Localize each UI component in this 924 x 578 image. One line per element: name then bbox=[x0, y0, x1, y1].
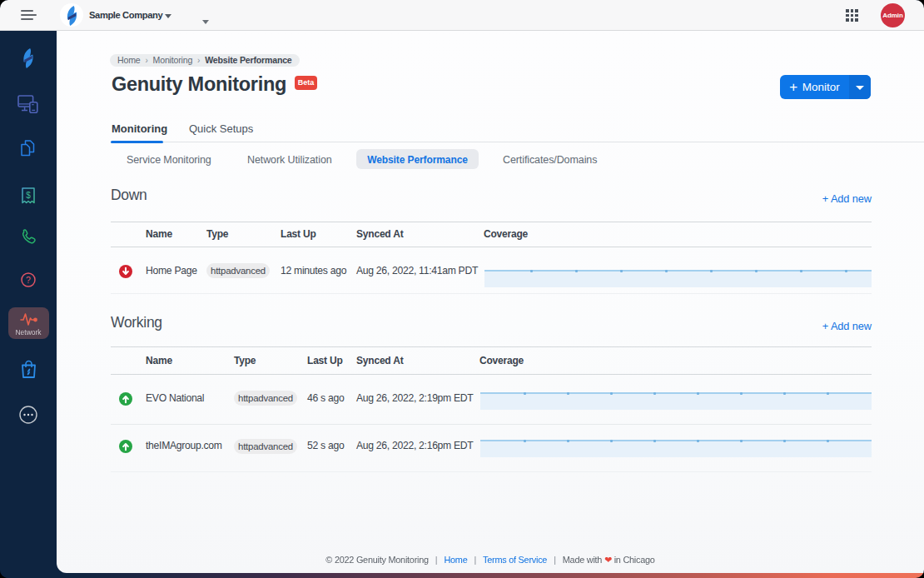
svg-text:?: ? bbox=[26, 275, 31, 285]
svg-text:$: $ bbox=[26, 191, 31, 200]
